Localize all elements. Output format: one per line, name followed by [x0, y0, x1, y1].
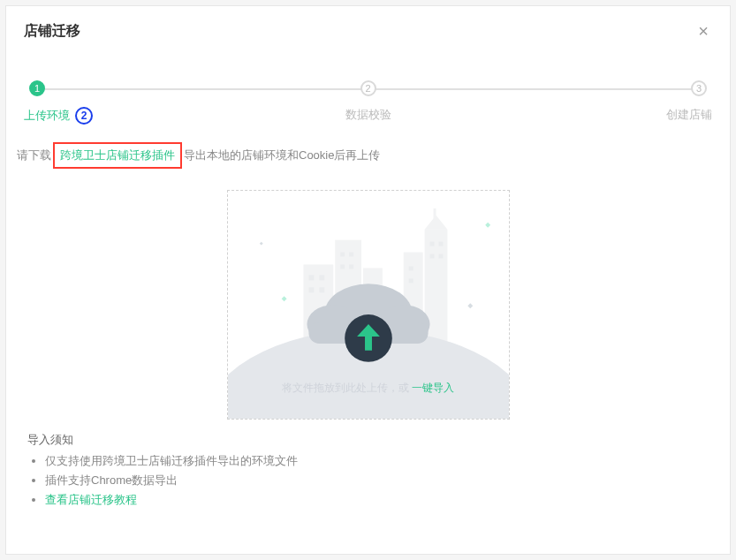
instruction-prefix: 请下载 [17, 148, 51, 162]
import-notice: 导入须知 仅支持使用跨境卫士店铺迁移插件导出的环境文件 插件支持Chrome数据… [6, 420, 730, 520]
instruction-suffix: 导出本地的店铺环境和Cookie后再上传 [184, 148, 380, 162]
svg-rect-16 [349, 253, 353, 257]
upload-drag-text: 将文件拖放到此处上传，或 [282, 382, 412, 394]
step-label-2: 数据校验 [333, 107, 404, 125]
close-icon[interactable]: × [694, 19, 712, 43]
list-item: 仅支持使用跨境卫士店铺迁移插件导出的环境文件 [45, 453, 709, 469]
svg-rect-24 [438, 254, 443, 259]
svg-marker-3 [259, 242, 262, 246]
annotation-badge-2: 2 [75, 107, 93, 125]
svg-marker-1 [281, 296, 286, 301]
step-labels: 上传环境 2 数据校验 创建店铺 [24, 107, 712, 125]
svg-rect-17 [340, 264, 345, 269]
svg-marker-2 [467, 303, 473, 308]
upload-caption: 将文件拖放到此处上传，或 一键导入 [228, 381, 509, 396]
svg-rect-19 [408, 266, 413, 270]
annotation-highlight-box: 跨境卫士店铺迁移插件 [53, 142, 182, 169]
svg-rect-11 [308, 275, 314, 280]
list-item: 插件支持Chrome数据导出 [45, 473, 709, 488]
step-bar: 1 2 3 [24, 80, 712, 98]
svg-rect-20 [408, 278, 413, 283]
step-label-1-text: 上传环境 [24, 108, 70, 124]
upload-dropzone[interactable]: 将文件拖放到此处上传，或 一键导入 [227, 190, 510, 420]
svg-marker-0 [485, 223, 490, 228]
store-migration-modal: 店铺迁移 × 1 2 3 上传环境 2 数据校验 创建店铺 请下载跨境卫士店铺迁… [5, 5, 731, 555]
step-label-1: 上传环境 2 [24, 107, 95, 125]
svg-rect-18 [349, 264, 353, 269]
svg-rect-10 [433, 208, 436, 219]
modal-header: 店铺迁移 × [6, 6, 730, 56]
svg-rect-15 [340, 253, 345, 257]
svg-rect-21 [429, 242, 434, 246]
one-click-import-link[interactable]: 一键导入 [412, 382, 454, 394]
step-label-3: 创建店铺 [641, 107, 712, 125]
svg-rect-13 [308, 287, 314, 292]
instruction-line: 请下载跨境卫士店铺迁移插件导出本地的店铺环境和Cookie后再上传 [6, 132, 730, 174]
tutorial-link[interactable]: 查看店铺迁移教程 [45, 493, 137, 506]
step-indicator: 1 2 3 上传环境 2 数据校验 创建店铺 [6, 56, 730, 132]
notice-title: 导入须知 [27, 432, 709, 448]
step-node-2: 2 [360, 80, 376, 96]
svg-rect-22 [438, 242, 443, 246]
modal-title: 店铺迁移 [24, 22, 80, 41]
notice-list: 仅支持使用跨境卫士店铺迁移插件导出的环境文件 插件支持Chrome数据导出 查看… [27, 453, 709, 508]
svg-rect-14 [319, 287, 324, 292]
plugin-download-link[interactable]: 跨境卫士店铺迁移插件 [60, 148, 175, 162]
list-item: 查看店铺迁移教程 [45, 492, 709, 508]
step-node-1: 1 [29, 80, 45, 96]
svg-rect-23 [429, 254, 434, 259]
step-node-3: 3 [691, 80, 707, 96]
svg-rect-12 [319, 275, 324, 280]
